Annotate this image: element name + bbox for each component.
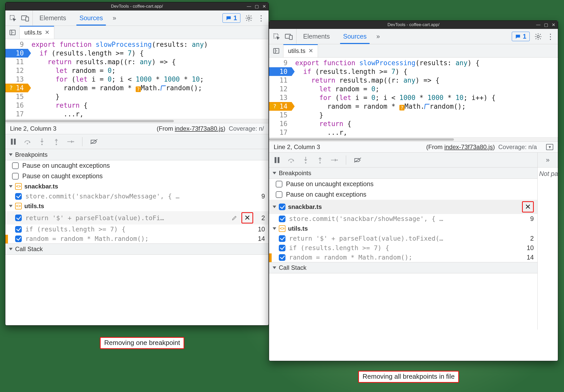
checkbox[interactable] [279,204,285,210]
file-tab-utils[interactable]: utils.ts ✕ [20,26,54,39]
inspect-icon[interactable] [273,33,280,40]
gutter[interactable]: 9 10 11 12 13 ?14 15 16 17 [269,59,292,137]
close-tab-icon[interactable]: ✕ [45,29,49,36]
file-tab-utils[interactable]: utils.ts ✕ [283,44,318,57]
inspect-icon[interactable] [9,14,17,22]
collapse-bottom-icon[interactable]: ▾ [546,144,553,150]
tab-more[interactable]: » [373,29,383,44]
tab-sources[interactable]: Sources [73,10,110,26]
checkbox[interactable] [15,226,22,233]
code-editor[interactable]: 9 10 11 12 13 ?14 15 16 17 export functi… [5,39,269,119]
bp-item[interactable]: random = random * Math.random(); 14 [5,234,269,243]
bp-item[interactable]: store.commit('snackbar/showMessage', { …… [5,192,269,201]
bp-file-group-snackbar[interactable]: <> snackbar.ts [5,181,269,192]
sourcemap-origin[interactable]: (From index-73f73a80.js) Coverage: n/ [66,125,264,132]
show-navigator-icon[interactable] [269,44,283,57]
checkbox[interactable] [279,216,285,222]
step-into-icon[interactable] [302,156,310,164]
inline-bp-marker-icon[interactable]: ? [399,105,405,110]
bp-item[interactable]: store.commit('snackbar/showMessage', { …… [269,214,537,223]
pause-caught-row[interactable]: Pause on caught exceptions [5,171,269,181]
inline-bp-marker-icon[interactable]: ? [136,86,141,92]
pause-uncaught-row[interactable]: Pause on uncaught exceptions [269,179,537,189]
gear-icon[interactable] [245,14,253,22]
code-body[interactable]: export function slowProcessing(results: … [292,59,558,137]
deactivate-breakpoints-icon[interactable] [354,156,361,164]
kebab-icon[interactable]: ⋮ [257,14,265,22]
sourcemap-origin[interactable]: (From index-73f73a80.js) Coverage: n/a [329,143,537,151]
issues-badge[interactable]: 1 [512,32,530,41]
editor-horizontal-scrollbar[interactable] [269,137,558,141]
pause-icon[interactable] [273,156,281,164]
deactivate-breakpoints-icon[interactable] [90,138,98,145]
minimize-icon[interactable]: — [536,22,540,27]
maximize-icon[interactable]: ▢ [255,4,259,9]
section-callstack-header[interactable]: Call Stack [269,262,537,273]
remove-breakpoint-icon[interactable] [243,213,252,222]
kebab-icon[interactable]: ⋮ [547,33,554,40]
step-over-icon[interactable] [288,156,295,164]
bp-item[interactable]: random = random * Math.random(); 14 [269,253,537,262]
titlebar[interactable]: DevTools - coffee-cart.app/ — ▢ ✕ [5,2,269,10]
checkbox[interactable] [15,215,22,221]
pause-icon[interactable] [9,138,17,145]
step-into-icon[interactable] [38,138,46,145]
bp-item[interactable]: if (results.length >= 7) { 10 [5,225,269,234]
editor-horizontal-scrollbar[interactable] [5,119,269,123]
line-breakpoint-14[interactable]: ?14 [269,102,292,111]
step-out-icon[interactable] [316,156,324,164]
step-over-icon[interactable] [24,138,31,145]
bp-file-group-utils[interactable]: <> utils.ts [269,223,537,234]
bp-item-hovered[interactable]: return '$' + parseFloat(value).toFi… 2 [5,211,269,225]
line-breakpoint-10[interactable]: 10 [5,49,28,58]
drawer-more-icon[interactable]: » [538,153,558,167]
maximize-icon[interactable]: ▢ [544,22,548,28]
device-toggle-icon[interactable] [21,14,29,22]
line-breakpoint-10[interactable]: 10 [269,67,292,76]
titlebar[interactable]: DevTools - coffee-cart.app/ — ▢ ✕ [269,21,558,29]
edit-breakpoint-icon[interactable] [231,215,238,221]
checkbox[interactable] [276,181,282,187]
line-breakpoint-14[interactable]: ?14 [5,84,28,92]
pause-caught-row[interactable]: Pause on caught exceptions [269,189,537,200]
tab-elements[interactable]: Elements [33,10,73,26]
inline-bp-call-icon[interactable] [424,104,430,109]
step-icon[interactable] [67,138,75,145]
step-icon[interactable] [331,156,338,164]
close-tab-icon[interactable]: ✕ [308,48,313,54]
bp-item[interactable]: return '$' + parseFloat(value).toFixed(…… [269,234,537,243]
step-out-icon[interactable] [52,138,60,145]
gear-icon[interactable] [534,33,542,40]
tab-more[interactable]: » [110,10,119,26]
checkbox[interactable] [12,173,19,180]
section-callstack-header[interactable]: Call Stack [5,243,269,255]
checkbox[interactable] [15,193,22,200]
checkbox[interactable] [279,254,285,261]
section-breakpoints-header[interactable]: Breakpoints [269,167,537,179]
section-breakpoints-header[interactable]: Breakpoints [5,149,269,160]
code-editor[interactable]: 9 10 11 12 13 ?14 15 16 17 export functi… [269,58,558,137]
checkbox[interactable] [279,235,285,242]
pause-uncaught-row[interactable]: Pause on uncaught exceptions [5,160,269,171]
checkbox[interactable] [15,236,22,242]
close-icon[interactable]: ✕ [552,22,555,28]
close-icon[interactable]: ✕ [262,4,266,9]
device-toggle-icon[interactable] [285,33,293,40]
bp-item[interactable]: if (results.length >= 7) { 10 [269,243,537,253]
checkbox[interactable] [276,191,282,198]
checkbox[interactable] [279,245,285,251]
bp-file-group-snackbar-hovered[interactable]: snackbar.ts [269,200,537,214]
inline-bp-call-icon[interactable] [161,85,166,91]
bp-file-group-utils[interactable]: <> utils.ts [5,201,269,211]
tab-elements[interactable]: Elements [296,29,336,44]
code-body[interactable]: export function slowProcessing(results: … [28,40,269,118]
issues-badge[interactable]: 1 [222,13,240,23]
remove-file-breakpoints-icon[interactable] [524,202,532,211]
gutter[interactable]: 9 10 11 12 13 ?14 15 16 17 [5,40,28,118]
show-navigator-icon[interactable] [5,26,20,39]
drawer-text: Not pa [538,167,558,180]
right-drawer[interactable]: » Not pa [537,153,558,330]
checkbox[interactable] [12,162,19,169]
tab-sources[interactable]: Sources [336,29,373,44]
minimize-icon[interactable]: — [247,4,251,9]
